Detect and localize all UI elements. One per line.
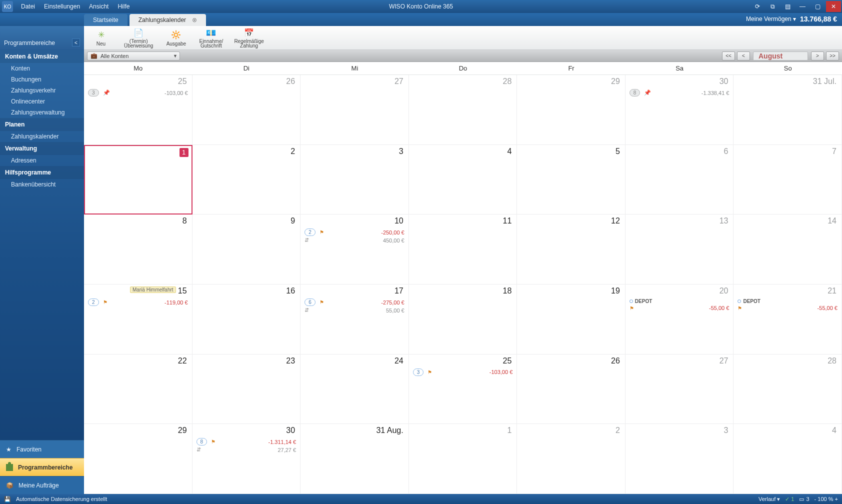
calendar-day[interactable]: 28 bbox=[734, 354, 842, 424]
calendar-day[interactable]: 7 bbox=[734, 145, 842, 215]
ribbon-termin-ueberweisung[interactable]: 📄(Termin)Überweisung bbox=[124, 27, 153, 48]
calendar-day[interactable]: 29 bbox=[84, 424, 192, 494]
day-number: 22 bbox=[178, 356, 187, 366]
calendar-day[interactable]: 308📌-1.338,41 € bbox=[626, 75, 734, 145]
calendar-day[interactable]: 9 bbox=[192, 214, 301, 284]
flag-icon: ⚑ bbox=[211, 439, 216, 444]
calendar-day[interactable]: 18 bbox=[409, 284, 518, 354]
menu-einstellungen[interactable]: Einstellungen bbox=[40, 2, 84, 11]
zoom-control[interactable]: - 100 % + bbox=[814, 496, 838, 502]
notes-icon[interactable]: ▤ bbox=[781, 2, 794, 12]
calendar-day[interactable]: 253📌-103,00 € bbox=[84, 75, 192, 145]
calendar-day[interactable]: 31 Aug. bbox=[300, 424, 409, 494]
day-number: 17 bbox=[394, 286, 404, 296]
sidebar-collapse-icon[interactable]: < bbox=[72, 38, 80, 46]
calendar-day[interactable]: 4 bbox=[409, 145, 518, 215]
sidebar-item-adressen[interactable]: Adressen bbox=[0, 155, 84, 166]
close-button[interactable]: ✕ bbox=[826, 1, 841, 12]
calendar-day[interactable]: 308⚑-1.311,14 €⇵27,27 € bbox=[192, 424, 301, 494]
verlauf-dropdown[interactable]: Verlauf ▾ bbox=[758, 496, 780, 502]
entry-amount: -103,00 € bbox=[164, 90, 188, 96]
calendar-day[interactable]: 11 bbox=[409, 214, 518, 284]
calendar-day[interactable]: 2 bbox=[192, 145, 301, 215]
day-number: 29 bbox=[611, 77, 620, 86]
tab-startseite[interactable]: Startseite bbox=[84, 14, 128, 26]
calendar-day[interactable]: 24 bbox=[300, 354, 409, 424]
calendar-day[interactable]: 26 bbox=[517, 354, 626, 424]
calendar-day[interactable]: 8 bbox=[84, 214, 192, 284]
month-last-button[interactable]: >> bbox=[826, 52, 839, 60]
meine-auftraege-button[interactable]: 📦Meine Aufträge bbox=[0, 476, 84, 494]
menu-ansicht[interactable]: Ansicht bbox=[85, 2, 112, 11]
tab-zahlungskalender[interactable]: Zahlungskalender ⊗ bbox=[130, 14, 206, 26]
programmbereiche-button[interactable]: Programmbereiche bbox=[0, 458, 84, 476]
month-first-button[interactable]: << bbox=[722, 52, 735, 60]
sidebar-item-bankenuebersicht[interactable]: Bankenübersicht bbox=[0, 179, 84, 190]
calendar-day[interactable]: 6 bbox=[626, 145, 734, 215]
calendar-day[interactable]: 20DEPOT⚑-55,00 € bbox=[626, 284, 734, 354]
calendar-day[interactable]: 1 bbox=[409, 424, 518, 494]
calendar-day[interactable]: 27 bbox=[626, 354, 734, 424]
document-icon: ▭ bbox=[799, 496, 804, 502]
sidebar-item-zahlungsverwaltung[interactable]: Zahlungsverwaltung bbox=[0, 107, 84, 118]
sidebar-item-konten[interactable]: Konten bbox=[0, 63, 84, 74]
calendar-day[interactable]: 22 bbox=[84, 354, 192, 424]
month-prev-button[interactable]: < bbox=[737, 52, 750, 60]
sidebar-item-buchungen[interactable]: Buchungen bbox=[0, 74, 84, 85]
sidebar-section-verwaltung[interactable]: Verwaltung bbox=[0, 142, 84, 155]
day-number: 25 bbox=[178, 77, 187, 86]
current-month[interactable]: August bbox=[753, 52, 808, 60]
popout-icon[interactable]: ⧉ bbox=[766, 2, 779, 12]
calendar-day[interactable]: 3 bbox=[300, 145, 409, 215]
day-number: 11 bbox=[502, 216, 512, 226]
calendar-day[interactable]: 4 bbox=[734, 424, 842, 494]
calendar-day[interactable]: 5 bbox=[517, 145, 626, 215]
calendar-day[interactable]: 176⚑-275,00 €⇵55,00 € bbox=[300, 284, 409, 354]
sidebar-section-konten[interactable]: Konten & Umsätze bbox=[0, 50, 84, 63]
calendar-day[interactable]: 23 bbox=[192, 354, 301, 424]
accounts-dropdown[interactable]: 💼 Alle Konten ▼ bbox=[87, 52, 180, 60]
favoriten-button[interactable]: ★Favoriten bbox=[0, 440, 84, 458]
calendar-day[interactable]: 21DEPOT⚑-55,00 € bbox=[734, 284, 842, 354]
ribbon-regelmaessig[interactable]: 📅RegelmäßigeZahlung bbox=[234, 27, 264, 48]
favoriten-label: Favoriten bbox=[16, 446, 42, 453]
maximize-button[interactable]: ▢ bbox=[811, 2, 824, 12]
calendar-day[interactable]: 102⚑-250,00 €⇵450,00 € bbox=[300, 214, 409, 284]
calendar-day[interactable]: 14 bbox=[734, 214, 842, 284]
ribbon-einnahme[interactable]: 💶Einnahme/Gutschrift bbox=[199, 27, 223, 48]
day-number: 30 bbox=[286, 426, 295, 435]
calendar-day[interactable]: 2 bbox=[517, 424, 626, 494]
sidebar-item-zahlungskalender[interactable]: Zahlungskalender bbox=[0, 131, 84, 142]
calendar-day[interactable]: 3 bbox=[626, 424, 734, 494]
status-docs[interactable]: ▭3 bbox=[799, 496, 809, 502]
ribbon-ausgabe[interactable]: 🔆Ausgabe bbox=[164, 30, 188, 46]
sidebar-item-onlinecenter[interactable]: Onlinecenter bbox=[0, 96, 84, 107]
sidebar-section-planen[interactable]: Planen bbox=[0, 118, 84, 131]
sidebar-section-hilfsprogramme[interactable]: Hilfsprogramme bbox=[0, 166, 84, 179]
day-number: 4 bbox=[507, 147, 512, 156]
calendar-day[interactable]: 15Mariä Himmelfahrt2⚑-119,00 € bbox=[84, 284, 192, 354]
refresh-icon[interactable]: ⟳ bbox=[751, 2, 764, 12]
calendar-day[interactable]: 13 bbox=[626, 214, 734, 284]
calendar-day[interactable]: 28 bbox=[409, 75, 518, 145]
month-next-button[interactable]: > bbox=[811, 52, 824, 60]
calendar-day[interactable]: 27 bbox=[300, 75, 409, 145]
calendar-day[interactable]: 12 bbox=[517, 214, 626, 284]
calendar-day[interactable]: 29 bbox=[517, 75, 626, 145]
calendar-day[interactable]: 26 bbox=[192, 75, 301, 145]
calendar-day[interactable]: 253⚑-103,00 € bbox=[409, 354, 518, 424]
ribbon-neu[interactable]: ✳Neu bbox=[89, 30, 113, 46]
entry-count-badge: 3 bbox=[413, 368, 424, 376]
minimize-button[interactable]: — bbox=[796, 2, 809, 12]
calendar-day[interactable]: 31 Jul. bbox=[734, 75, 842, 145]
menu-datei[interactable]: Datei bbox=[17, 2, 39, 11]
calendar-day[interactable]: 16 bbox=[192, 284, 301, 354]
wealth-dropdown[interactable]: Meine Vermögen ▾ bbox=[746, 16, 796, 22]
flag-icon: ⚑ bbox=[630, 306, 634, 311]
calendar-day[interactable]: 1 bbox=[84, 145, 192, 215]
sidebar-item-zahlungsverkehr[interactable]: Zahlungsverkehr bbox=[0, 85, 84, 96]
menu-hilfe[interactable]: Hilfe bbox=[114, 2, 134, 11]
weekday-di: Di bbox=[192, 62, 301, 74]
calendar-day[interactable]: 19 bbox=[517, 284, 626, 354]
tab-close-icon[interactable]: ⊗ bbox=[192, 16, 197, 24]
